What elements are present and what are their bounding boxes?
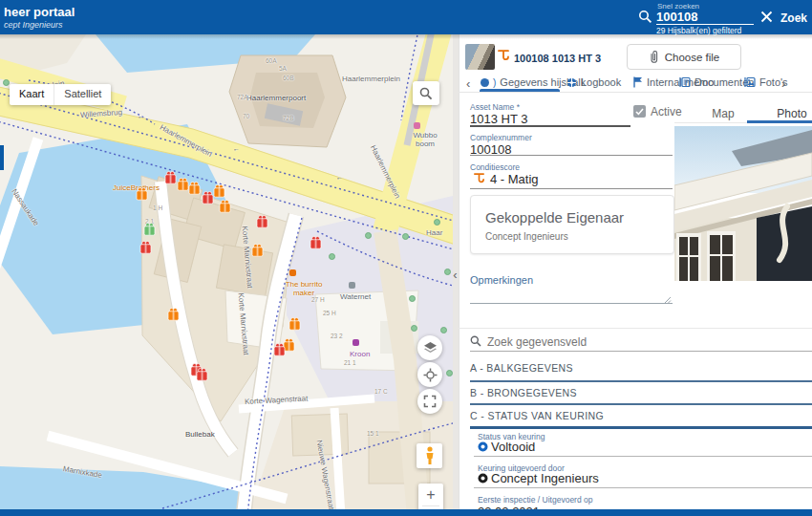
map-label: 15 1	[367, 430, 379, 437]
hijsbalk-marker-icon[interactable]	[136, 187, 148, 201]
layers-icon	[423, 341, 438, 355]
record-arc-icon: )	[493, 77, 496, 88]
status-voltooid-icon	[478, 441, 488, 452]
viewer-tab-map[interactable]: Map	[695, 107, 751, 120]
hijsbalk-marker-icon[interactable]	[167, 308, 180, 321]
owner-card-title: Gekoppelde Eigenaar	[485, 209, 624, 226]
hijsbalk-marker-icon[interactable]	[288, 317, 301, 331]
hijsbalk-marker-icon[interactable]	[310, 236, 322, 249]
tab-logbook[interactable]: Logbook	[566, 76, 621, 88]
section-balkgegevens[interactable]: A - BALKGEGEVENS	[470, 362, 573, 374]
asset-title: 100108 1013 HT 3	[514, 53, 601, 64]
map-label: 5A	[279, 65, 287, 72]
tab-documenten[interactable]: Documenten	[679, 76, 754, 88]
hijsbalk-marker-icon[interactable]	[273, 343, 286, 356]
map-label: Bullebak	[185, 430, 215, 439]
field-search-input[interactable]	[485, 334, 724, 350]
active-tab-underline	[480, 89, 560, 92]
map-label: Marnixkade	[62, 464, 102, 480]
resize-handle-icon[interactable]	[663, 296, 672, 305]
map-label: ←	[138, 113, 144, 119]
search-icon	[419, 87, 433, 100]
complexnummer-underline	[470, 155, 673, 156]
hijsbalk-marker-icon[interactable]	[164, 171, 177, 184]
complexnummer-label: Complexnummer	[470, 133, 532, 142]
hijsbalk-marker-icon[interactable]	[143, 223, 156, 236]
map-label: ←	[233, 145, 240, 152]
map-label: 21 1	[344, 359, 356, 366]
map-label: Haarlemmerplein	[342, 75, 400, 83]
panel-collapse-chevron[interactable]: ‹	[450, 266, 460, 285]
asset-thumbnail[interactable]	[465, 44, 495, 70]
map-type-satelliet-button[interactable]: Satelliet	[53, 84, 111, 105]
map-layers-button[interactable]	[417, 335, 442, 360]
map-label: 23 2	[331, 333, 343, 339]
opmerkingen-label: Opmerkingen	[470, 274, 533, 286]
first-inspection-label: Eerste inspectie / Uitgevoerd op	[478, 495, 592, 505]
map-my-location-button[interactable]	[417, 362, 442, 387]
opmerkingen-textarea[interactable]	[470, 287, 673, 304]
map-label: Wubbo boom	[409, 132, 441, 149]
map-label: 60A	[266, 57, 277, 64]
asset-photo[interactable]	[674, 126, 812, 281]
map-pegman-control[interactable]	[417, 443, 442, 468]
choose-file-button[interactable]: Choose file	[627, 44, 741, 70]
status-keuring-underline	[474, 456, 812, 457]
map-search-button[interactable]	[413, 81, 439, 105]
map-label: Haarlemmerpoort	[246, 94, 306, 102]
asset-name-value[interactable]: 1013 HT 3	[470, 112, 527, 126]
map-label: 72A	[237, 94, 248, 100]
record-circle-icon	[481, 78, 489, 87]
hijsbalk-marker-icon[interactable]	[219, 200, 231, 213]
map[interactable]: → NassaupleinWillemsbrugHaarlemmerpleinH…	[0, 34, 453, 516]
map-label: 72B	[283, 115, 294, 121]
map-type-kaart-button[interactable]: Kaart	[10, 84, 53, 105]
quick-search-input[interactable]	[656, 9, 754, 24]
tabbar-baseline	[459, 92, 812, 93]
top-bar: heer portaal cept Ingenieurs Snel zoeken…	[0, 0, 812, 34]
map-label: 70	[243, 113, 249, 119]
tree-poi-icon	[329, 253, 335, 260]
close-icon[interactable]	[760, 11, 773, 23]
hijsbalk-marker-icon[interactable]	[251, 244, 264, 257]
bottom-bar	[0, 509, 812, 516]
conditiescore-underline	[470, 188, 673, 189]
fullscreen-icon	[423, 395, 437, 408]
hijsbalk-marker-icon[interactable]	[256, 215, 268, 228]
map-type-control: Kaart Satelliet	[10, 84, 111, 105]
photo-icon	[744, 76, 756, 88]
map-label: Nassaukade	[10, 187, 40, 227]
viewer-tab-photo[interactable]: Photo	[764, 107, 812, 120]
tree-poi-icon	[402, 233, 409, 240]
map-label: Haarlemmerplein	[369, 144, 402, 201]
conditiescore-value[interactable]: 4 - Matig	[490, 172, 539, 186]
status-keuring-value[interactable]: Voltooid	[491, 440, 535, 454]
map-label: The burrito maker	[283, 281, 325, 298]
left-edge-artifact	[0, 145, 4, 170]
map-fullscreen-button[interactable]	[417, 389, 442, 414]
hijsbalk-marker-icon[interactable]	[139, 241, 152, 254]
map-label: 27 H	[311, 296, 325, 303]
zoom-in-button[interactable]: +	[418, 484, 443, 505]
map-label: Haarlemmerplein	[159, 123, 214, 159]
map-label: ←	[336, 174, 343, 181]
asset-name-label: Asset Name *	[470, 102, 520, 112]
search-submit-button[interactable]: Zoek	[780, 11, 807, 25]
tabs-scroll-right-chevron[interactable]: ›	[781, 76, 785, 91]
hijsbalk-marker-icon[interactable]	[213, 184, 225, 198]
field-search-icon	[470, 335, 481, 347]
helm-icon	[566, 77, 577, 88]
tree-poi-icon	[446, 370, 453, 376]
section-status-van-keuring[interactable]: C - STATUS VAN KEURING	[470, 410, 604, 421]
poi-icon	[349, 282, 355, 289]
app: heer portaal cept Ingenieurs Snel zoeken…	[0, 0, 812, 516]
hijsbalk-marker-icon[interactable]	[196, 368, 208, 381]
section-brongegevens[interactable]: B - BRONGEGEVENS	[470, 387, 577, 398]
tabs-scroll-left-chevron[interactable]: ‹	[466, 76, 470, 91]
inspector-value[interactable]: Concept Ingenieurs	[491, 471, 599, 485]
poi-icon	[353, 339, 359, 346]
active-checkbox[interactable]	[633, 105, 646, 118]
owner-card-value: Concept Ingenieurs	[485, 231, 568, 242]
hijsbalk-marker-icon[interactable]	[188, 182, 201, 195]
inspector-underline	[474, 487, 812, 488]
